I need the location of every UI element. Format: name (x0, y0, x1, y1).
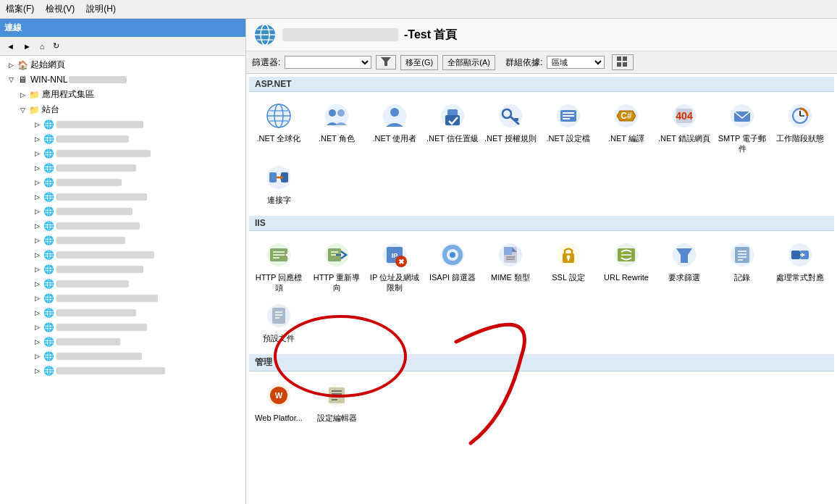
svg-rect-97 (272, 308, 285, 324)
icon-dotnet-settings[interactable]: .NET 設定檔 (540, 98, 597, 158)
sidebar-item-site[interactable]: ▷ 🌐 (0, 204, 245, 219)
sidebar-item-site[interactable]: ▷ 🌐 (0, 161, 245, 175)
expand-icon[interactable]: ▷ (32, 148, 42, 159)
expand-icon[interactable]: ▷ (32, 119, 42, 130)
dotnet-role-icon (322, 101, 351, 130)
expand-icon[interactable]: ▷ (32, 322, 42, 332)
sidebar-item-cloud[interactable]: ▷ 🌐 (0, 364, 245, 378)
expand-icon[interactable]: ▷ (32, 235, 42, 245)
sidebar-home-button[interactable]: ⌂ (36, 40, 49, 53)
sidebar-refresh-button[interactable]: ↻ (49, 39, 63, 53)
icon-dotnet-global[interactable]: .NET 全球化 (251, 98, 307, 158)
expand-icon[interactable]: ▷ (32, 221, 42, 231)
icon-dotnet-role[interactable]: .NET 角色 (308, 98, 365, 158)
sidebar-item-site[interactable]: ▷ 🌐 (0, 132, 245, 146)
menu-file[interactable]: 檔案(F) (3, 1, 37, 17)
icon-url-rewrite[interactable]: URL Rewrite (598, 237, 655, 297)
icon-connect[interactable]: 連接字 (251, 159, 307, 210)
content-wrapper: ASP.NET (246, 74, 837, 504)
icon-dotnet-user[interactable]: .NET 使用者 (366, 98, 423, 158)
icon-ssl[interactable]: SSL 設定 (540, 237, 597, 297)
sidebar-item-site[interactable]: ▷ 🌐 (0, 233, 245, 248)
sidebar-back-button[interactable]: ◄ (3, 40, 18, 53)
show-all-button[interactable]: 全部顯示(A) (442, 55, 495, 70)
icon-dotnet-compile[interactable]: C# .NET 編譯 (598, 98, 655, 158)
goto-button[interactable]: 移至(G) (400, 55, 438, 70)
http-response-icon (264, 240, 293, 269)
expand-icon[interactable]: ▷ (32, 366, 42, 376)
icon-log[interactable]: 記錄 (714, 237, 770, 297)
icon-ip-restrict[interactable]: IP ✖ IP 位址及網域限制 (366, 237, 423, 297)
section-management: 管理 (249, 354, 834, 371)
filter-select[interactable] (285, 56, 371, 69)
expand-icon[interactable]: ▷ (32, 264, 42, 274)
sidebar-tree[interactable]: ▷ 🏠 起始網頁 ▽ 🖥 WIN-NNL ▷ 📁 應用程式集區 ▽ 📁 (0, 56, 245, 504)
sidebar-item-site[interactable]: ▷ 🌐 (0, 277, 245, 291)
icon-label: HTTP 回應標頭 (253, 272, 305, 293)
expand-icon[interactable]: ▷ (32, 134, 42, 144)
folder-icon: 📁 (28, 104, 40, 116)
sidebar-item-site[interactable]: ▷ 🌐 (0, 190, 245, 204)
sidebar-item-site[interactable]: ▷ 🌐 (0, 146, 245, 161)
sidebar-item-server[interactable]: ▽ 🖥 WIN-NNL (0, 72, 245, 87)
log-icon (728, 240, 757, 269)
globe-icon: 🌐 (43, 148, 54, 159)
expand-icon[interactable]: ▷ (32, 206, 42, 217)
icon-request-filter[interactable]: 要求篩選 (656, 237, 712, 297)
expand-icon[interactable]: ▽ (17, 105, 28, 115)
sidebar-item-site[interactable]: ▷ 🌐 (0, 219, 245, 233)
default-doc-icon (264, 301, 293, 330)
expand-icon[interactable]: ▷ (32, 308, 42, 318)
icon-http-redirect[interactable]: HTTP 重新導向 (308, 237, 365, 297)
sidebar-item-site[interactable]: ▷ 🌐 (0, 262, 245, 277)
expand-icon[interactable]: ▷ (32, 279, 42, 289)
expand-icon[interactable]: ▷ (32, 351, 42, 361)
group-select[interactable]: 區域 (547, 56, 605, 69)
icon-default-doc[interactable]: 預設文件 (251, 298, 307, 348)
sidebar-item-site[interactable]: ▷ 🌐 (0, 320, 245, 335)
icon-dotnet-error[interactable]: 404 .NET 錯誤網頁 (656, 98, 712, 158)
icon-session[interactable]: 工作階段狀態 (772, 98, 828, 158)
expand-icon[interactable]: ▷ (32, 250, 42, 260)
menu-help[interactable]: 說明(H) (83, 1, 119, 17)
ssl-icon (554, 240, 583, 269)
sidebar-item-label: 站台 (42, 104, 59, 116)
expand-icon[interactable]: ▽ (6, 75, 16, 85)
filter-funnel-icon[interactable] (376, 55, 396, 70)
expand-icon[interactable]: ▷ (32, 337, 42, 347)
sidebar-item-site[interactable]: ▷ 🌐 (0, 349, 245, 364)
view-icon-button[interactable] (612, 54, 634, 70)
expand-icon[interactable]: ▷ (17, 90, 28, 100)
expand-icon[interactable]: ▷ (32, 293, 42, 303)
expand-icon[interactable]: ▷ (6, 60, 16, 70)
expand-icon[interactable]: ▷ (32, 177, 42, 188)
globe-icon: 🌐 (43, 336, 54, 348)
svg-point-20 (390, 108, 399, 117)
icon-web-platform[interactable]: W Web Platfor... (251, 377, 307, 428)
group-label: 群組依據: (505, 56, 542, 69)
sidebar-forward-button[interactable]: ► (20, 40, 35, 53)
icon-mime[interactable]: MIME 類型 (482, 237, 539, 297)
icon-dotnet-auth[interactable]: .NET 授權規則 (482, 98, 539, 158)
globe-icon: 🌐 (43, 322, 54, 333)
expand-icon[interactable]: ▷ (32, 192, 42, 202)
expand-icon[interactable]: ▷ (32, 163, 42, 173)
sidebar-item-apppool[interactable]: ▷ 📁 應用程式集區 (0, 87, 245, 102)
icon-label: .NET 授權規則 (484, 133, 537, 143)
sidebar-item-startpage[interactable]: ▷ 🏠 起始網頁 (0, 57, 245, 72)
icon-dotnet-trust[interactable]: .NET 信任置級 (424, 98, 481, 158)
sidebar-item-site[interactable]: ▷ 🌐 (0, 291, 245, 306)
icon-smtp[interactable]: SMTP 電子郵件 (714, 98, 770, 158)
icon-handler[interactable]: 處理常式對應 (772, 237, 828, 297)
sidebar-item-sites[interactable]: ▽ 📁 站台 (0, 102, 245, 117)
filter-label: 篩選器: (252, 56, 280, 69)
sidebar-item-site[interactable]: ▷ 🌐 (0, 248, 245, 262)
sidebar-item-site[interactable]: ▷ 🌐 (0, 335, 245, 349)
icon-http-response[interactable]: HTTP 回應標頭 (251, 237, 307, 297)
sidebar-item-site[interactable]: ▷ 🌐 (0, 175, 245, 190)
menu-view[interactable]: 檢視(V) (43, 1, 77, 17)
icon-config-editor[interactable]: 設定編輯器 (308, 377, 365, 428)
sidebar-item-site[interactable]: ▷ 🌐 (0, 117, 245, 132)
sidebar-item-site[interactable]: ▷ 🌐 (0, 306, 245, 320)
icon-isapi[interactable]: ISAPI 篩選器 (424, 237, 481, 297)
